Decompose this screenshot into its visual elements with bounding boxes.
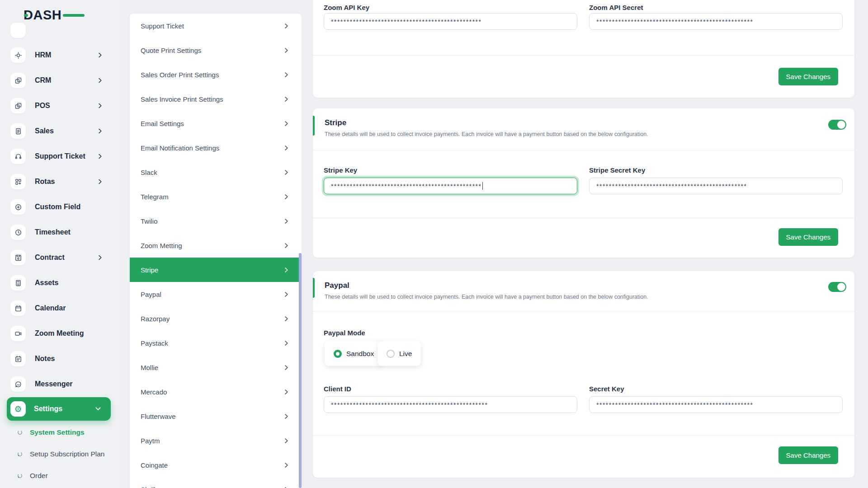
chevron-right-icon: [285, 48, 288, 53]
card-divider: [313, 218, 854, 218]
chevron-right-icon: [285, 292, 288, 297]
gear-icon: ⚙: [10, 401, 26, 417]
settings-nav-paytm[interactable]: Paytm: [130, 428, 302, 453]
settings-nav-email-settings[interactable]: Email Settings: [130, 111, 302, 136]
video-icon: [10, 326, 26, 341]
sidebar-subitem-system-settings[interactable]: System Settings: [17, 422, 117, 442]
sidebar-item-calendar[interactable]: Calendar: [0, 296, 113, 321]
settings-nav-quote-print-settings[interactable]: Quote Print Settings: [130, 38, 302, 62]
radio-unselected-icon: [387, 350, 395, 358]
zoom-api-secret-input[interactable]: ****************************************…: [589, 13, 843, 30]
sidebar-item-zoom-meeting[interactable]: Zoom Meeting: [0, 321, 113, 346]
circle-plus-icon: [10, 199, 26, 215]
paypal-mode-sandbox-option[interactable]: Sandbox: [325, 341, 383, 366]
paypal-settings-card: Paypal These details will be used to col…: [313, 271, 854, 478]
settings-nav-sales-invoice-print-settings[interactable]: Sales Invoice Print Settings: [130, 87, 302, 111]
bullet-circle-icon: [17, 473, 23, 479]
settings-nav-razorpay[interactable]: Razorpay: [130, 306, 302, 331]
sidebar-item-pos[interactable]: POS: [0, 93, 113, 118]
settings-nav-zoom-metting[interactable]: Zoom Metting: [130, 233, 302, 258]
stripe-secret-key-input[interactable]: ****************************************…: [589, 178, 843, 194]
chevron-right-icon: [99, 129, 102, 134]
stripe-save-button[interactable]: Save Changes: [778, 228, 838, 246]
section-accent-bar: [313, 278, 315, 298]
chevron-right-icon: [99, 154, 102, 159]
sidebar-item-hrm[interactable]: HRM: [0, 42, 113, 68]
settings-panel-scrollbar[interactable]: [299, 253, 302, 488]
chevron-right-icon: [285, 219, 288, 224]
secret-key-input[interactable]: ****************************************…: [589, 396, 843, 413]
sidebar-subitem-order[interactable]: Order: [17, 466, 117, 486]
chevron-right-icon: [285, 389, 288, 394]
sidebar-item-timesheet[interactable]: Timesheet: [0, 220, 113, 245]
clock-icon: [10, 225, 26, 240]
toggle-knob: [837, 283, 845, 291]
grid-plus-icon: [10, 174, 26, 189]
chevron-right-icon: [285, 97, 288, 102]
stripe-section-title: Stripe: [325, 118, 346, 127]
settings-nav-skrill[interactable]: Skrill: [130, 477, 302, 488]
zoom-api-key-input[interactable]: ****************************************…: [324, 13, 577, 30]
stripe-key-input[interactable]: ****************************************…: [324, 178, 577, 194]
stripe-section-description: These details will be used to collect in…: [325, 131, 648, 137]
sidebar-subitem-setup-subscription-plan[interactable]: Setup Subscription Plan: [17, 444, 117, 464]
chevron-right-icon: [285, 267, 288, 272]
chevron-right-icon: [285, 194, 288, 199]
settings-nav-paystack[interactable]: Paystack: [130, 331, 302, 355]
chevron-right-icon: [99, 78, 102, 83]
floppy-icon: [10, 250, 26, 265]
settings-nav-panel: Support Ticket Quote Print Settings Sale…: [130, 14, 302, 488]
stripe-enabled-toggle[interactable]: [828, 120, 846, 130]
toggle-knob: [837, 121, 845, 129]
sidebar-item-support-ticket[interactable]: Support Ticket: [0, 144, 113, 169]
hrm-icon: [10, 47, 26, 63]
settings-nav-sales-order-print-settings[interactable]: Sales Order Print Settings: [130, 62, 302, 87]
sidebar-item-custom-field[interactable]: Custom Field: [0, 194, 113, 220]
chevron-right-icon: [285, 316, 288, 321]
brand-name: DASH: [24, 8, 61, 23]
settings-nav-coingate[interactable]: Coingate: [130, 453, 302, 477]
chevron-right-icon: [285, 243, 288, 248]
client-id-input[interactable]: ****************************************…: [324, 396, 577, 413]
paypal-save-button[interactable]: Save Changes: [778, 446, 838, 464]
sidebar-item-contract[interactable]: Contract: [0, 245, 113, 270]
headset-icon: [10, 149, 26, 164]
zoom-save-button[interactable]: Save Changes: [778, 68, 838, 85]
paypal-section-description: These details will be used to collect in…: [325, 294, 648, 300]
card-divider: [313, 435, 854, 436]
radio-selected-icon: [334, 350, 342, 358]
settings-nav-twilio[interactable]: Twilio: [130, 209, 302, 233]
brand-logo[interactable]: DASH: [24, 6, 61, 23]
paypal-enabled-toggle[interactable]: [828, 282, 846, 292]
calculator-icon: [10, 275, 26, 291]
sidebar-item-rotas[interactable]: Rotas: [0, 169, 113, 194]
stripe-secret-key-label: Stripe Secret Key: [589, 166, 645, 174]
bullet-circle-icon: [17, 451, 23, 457]
paypal-mode-label: Paypal Mode: [324, 329, 365, 337]
stripe-key-label: Stripe Key: [324, 166, 357, 174]
bullet-circle-icon: [17, 430, 23, 435]
settings-nav-mercado[interactable]: Mercado: [130, 380, 302, 404]
paypal-mode-live-option[interactable]: Live: [377, 341, 421, 366]
secret-key-label: Secret Key: [589, 385, 624, 393]
chevron-right-icon: [99, 179, 102, 184]
sidebar-item-settings[interactable]: ⚙ Settings: [7, 397, 111, 421]
sidebar-item-crm[interactable]: CRM: [0, 68, 113, 93]
chevron-right-icon: [99, 53, 102, 58]
settings-nav-flutterwave[interactable]: Flutterwave: [130, 404, 302, 428]
sidebar-item-notes[interactable]: Notes: [0, 346, 113, 371]
chevron-right-icon: [285, 145, 288, 150]
settings-nav-mollie[interactable]: Mollie: [130, 355, 302, 380]
paypal-section-title: Paypal: [325, 281, 349, 290]
settings-nav-email-notification-settings[interactable]: Email Notification Settings: [130, 136, 302, 160]
settings-nav-telegram[interactable]: Telegram: [130, 184, 302, 209]
sidebar-item-assets[interactable]: Assets: [0, 270, 113, 296]
sidebar-item-messenger[interactable]: Messenger: [0, 371, 113, 397]
sidebar-item-sales[interactable]: Sales: [0, 118, 113, 144]
settings-nav-stripe[interactable]: Stripe: [130, 258, 302, 282]
text-caret: [482, 182, 483, 190]
settings-nav-slack[interactable]: Slack: [130, 160, 302, 184]
chevron-right-icon: [285, 72, 288, 77]
settings-nav-paypal[interactable]: Paypal: [130, 282, 302, 306]
settings-nav-support-ticket[interactable]: Support Ticket: [130, 14, 302, 38]
